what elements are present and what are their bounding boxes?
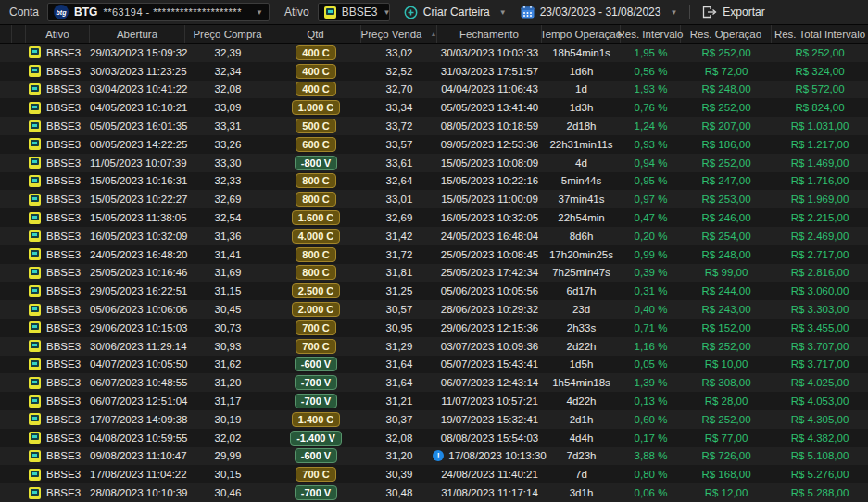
cell-ativo: BBSE3 (26, 194, 90, 206)
cell-ativo: BBSE3 (26, 267, 90, 279)
table-row[interactable]: BBSE329/05/2023 16:22:5131,152.500 C31,2… (0, 282, 868, 300)
table-row[interactable]: BBSE315/05/2023 10:22:2732,69800 C33,011… (0, 190, 868, 208)
cell-tempo-operacao: 7d (542, 469, 621, 480)
table-row[interactable]: BBSE325/05/2023 10:16:4631,69800 C31,812… (0, 264, 868, 282)
conta-label: Conta (9, 6, 39, 19)
table-row[interactable]: BBSE308/05/2023 14:22:2533,26600 C33,570… (0, 135, 868, 154)
table-row[interactable]: BBSE330/06/2023 11:29:1430,93700 C31,290… (0, 337, 868, 356)
chevron-down-icon: ▼ (499, 8, 507, 17)
cell-fechamento: 19/07/2023 15:32:41 (437, 414, 542, 425)
header-res-intervalo[interactable]: Res. Intervalo (621, 25, 681, 43)
cell-tempo-operacao: 6d17h (542, 285, 621, 296)
cell-preco-venda: 31,25 (361, 285, 437, 296)
cell-fechamento: 08/08/2023 15:54:03 (437, 433, 542, 444)
table-row[interactable]: BBSE317/08/2023 11:04:2230,15700 C30,392… (0, 465, 868, 483)
cell-res-operacao: R$ 247,00 (681, 175, 772, 186)
table-row[interactable]: BBSE304/08/2023 10:59:5532,02-1.400 V32,… (0, 429, 868, 447)
header-label: Preço Compra (193, 29, 261, 40)
header-abertura[interactable]: Abertura (90, 25, 185, 43)
cell-res-operacao: R$ 10,00 (681, 358, 772, 370)
table-row[interactable]: BBSE329/06/2023 10:15:0330,73700 C30,952… (0, 319, 868, 337)
cell-res-intervalo: 0,13 % (621, 395, 681, 407)
cell-abertura: 15/05/2023 10:22:27 (90, 194, 185, 205)
table-row[interactable]: BBSE317/07/2023 14:09:3830,191.400 C30,3… (0, 410, 868, 429)
cell-ativo: BBSE3 (26, 120, 90, 132)
asset-icon (29, 194, 41, 206)
cell-fechamento: 05/06/2023 10:05:56 (437, 285, 542, 296)
cell-abertura: 05/06/2023 10:06:06 (90, 304, 185, 315)
cell-qtd: -600 V (270, 357, 361, 371)
table-row[interactable]: BBSE315/05/2023 10:16:3132,33800 C32,641… (0, 172, 868, 191)
table-row[interactable]: BBSE324/05/2023 16:48:2031,41800 C31,722… (0, 245, 868, 264)
qtd-badge: 700 C (296, 467, 335, 482)
table-row[interactable]: BBSE303/04/2023 10:41:2232,08400 C32,700… (0, 81, 868, 99)
account-dropdown[interactable]: btg BTG **63194 - ******************** ▼ (47, 3, 270, 21)
table-row[interactable]: BBSE330/03/2023 11:23:2532,34400 C32,523… (0, 62, 868, 81)
table-row[interactable]: BBSE311/05/2023 10:07:3933,30-800 V33,61… (0, 154, 868, 172)
header-res-total-intervalo[interactable]: Res. Total Intervalo (772, 25, 868, 43)
cell-fechamento: !17/08/2023 10:13:30 (437, 450, 542, 461)
cell-res-operacao: R$ 252,00 (681, 341, 772, 352)
table-row[interactable]: BBSE304/05/2023 10:10:2133,091.000 C33,3… (0, 98, 868, 117)
fechamento-text: 25/05/2023 10:08:45 (441, 249, 539, 260)
cell-qtd: 500 C (270, 119, 361, 133)
fechamento-text: 28/06/2023 10:29:32 (441, 304, 539, 315)
account-masked-number: **63194 - ******************** (103, 6, 242, 18)
asset-dropdown[interactable]: BBSE3 ▼ (318, 3, 390, 21)
cell-res-operacao: R$ 252,00 (681, 47, 772, 58)
table-row[interactable]: BBSE305/06/2023 10:06:0630,452.000 C30,5… (0, 300, 868, 319)
table-row[interactable]: BBSE306/07/2023 12:51:0431,17-700 V31,21… (0, 392, 868, 410)
asset-icon (29, 46, 41, 58)
cell-preco-compra: 32,33 (185, 175, 270, 186)
cell-res-intervalo: 0,17 % (621, 433, 681, 444)
header-fechamento[interactable]: Fechamento (437, 25, 542, 43)
table-row[interactable]: BBSE315/05/2023 11:38:0532,541.600 C32,6… (0, 208, 868, 227)
header-ativo[interactable]: Ativo (26, 25, 90, 43)
cell-preco-compra: 33,30 (185, 157, 270, 169)
cell-preco-compra: 30,45 (185, 304, 270, 315)
cell-res-total-intervalo: R$ 324,00 (772, 66, 868, 77)
asset-icon (29, 450, 41, 462)
cell-tempo-operacao: 2h33s (542, 322, 621, 333)
fechamento-text: 05/06/2023 10:05:56 (441, 285, 539, 296)
table-row[interactable]: BBSE329/03/2023 15:09:3232,39400 C33,023… (0, 44, 868, 62)
asset-icon (324, 6, 336, 19)
cell-preco-venda: 31,29 (361, 341, 437, 352)
table-row[interactable]: BBSE304/07/2023 10:05:5031,62-600 V31,64… (0, 356, 868, 374)
header-res-operacao[interactable]: Res. Operação (681, 25, 772, 43)
cell-ativo: BBSE3 (26, 46, 90, 58)
qtd-badge: 800 C (296, 265, 335, 280)
table-row[interactable]: BBSE309/08/2023 11:10:4729,99-600 V31,20… (0, 447, 868, 466)
cell-fechamento: 05/07/2023 15:43:41 (437, 358, 542, 370)
asset-icon (29, 340, 41, 352)
table-row[interactable]: BBSE305/05/2023 16:01:3533,31500 C33,720… (0, 117, 868, 135)
exportar-button[interactable]: Exportar (702, 6, 764, 19)
asset-icon (29, 413, 41, 425)
table-row[interactable]: BBSE316/05/2023 10:32:0931,364.000 C31,4… (0, 227, 868, 245)
cell-preco-venda: 31,72 (361, 249, 437, 260)
date-range-picker[interactable]: 23/03/2023 - 31/08/2023 ▼ (521, 6, 678, 19)
header-preco-venda[interactable]: Preço Venda ▲ (361, 25, 437, 43)
cell-res-intervalo: 0,31 % (621, 285, 681, 296)
asset-ticker: BBSE3 (46, 212, 81, 223)
cell-preco-compra: 33,09 (185, 102, 270, 113)
fechamento-text: 24/08/2023 11:40:21 (441, 469, 538, 480)
header-tempo-operacao[interactable]: Tempo Operação (542, 25, 621, 43)
toolbar: Conta btg BTG **63194 - ****************… (0, 0, 868, 25)
header-preco-compra[interactable]: Preço Compra (185, 25, 270, 43)
table-row[interactable]: BBSE306/07/2023 10:48:5531,20-700 V31,64… (0, 373, 868, 392)
cell-qtd: -700 V (270, 394, 361, 408)
header-qtd[interactable]: Qtd (270, 25, 361, 43)
cell-tempo-operacao: 2d22h (542, 341, 621, 352)
asset-ticker: BBSE3 (46, 322, 81, 333)
cell-tempo-operacao: 7h25min47s (542, 267, 621, 278)
asset-icon (29, 377, 41, 389)
table-row[interactable]: BBSE328/08/2023 10:10:3930,46-700 V30,48… (0, 483, 868, 502)
asset-icon (29, 230, 41, 242)
asset-icon (29, 102, 41, 114)
criar-carteira-button[interactable]: Criar Carteira ▼ (404, 6, 507, 19)
info-icon[interactable]: ! (433, 450, 444, 461)
cell-preco-venda: 32,64 (361, 175, 437, 186)
cell-preco-compra: 32,02 (185, 433, 270, 444)
cell-preco-venda: 32,69 (361, 212, 437, 223)
